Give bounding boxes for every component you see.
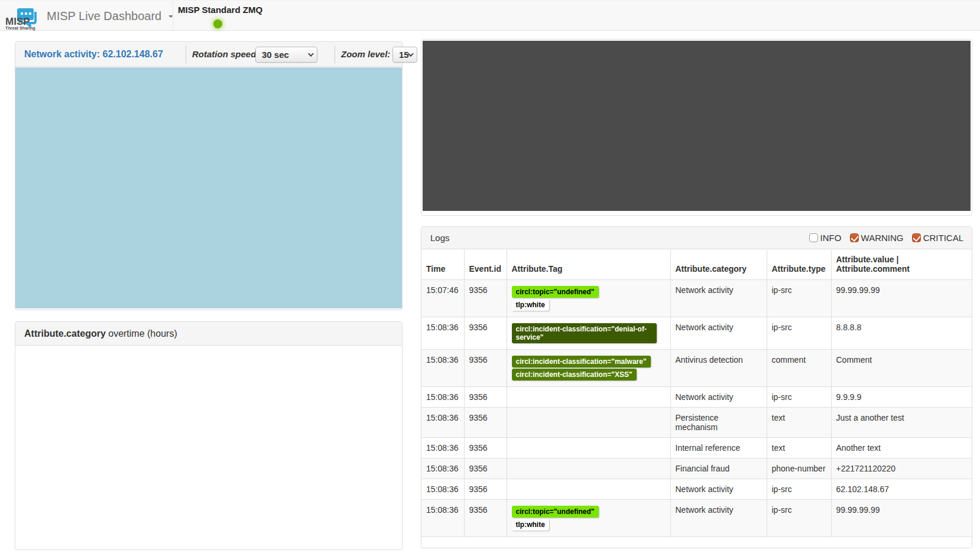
svg-text:Threat Sharing: Threat Sharing	[5, 25, 35, 31]
